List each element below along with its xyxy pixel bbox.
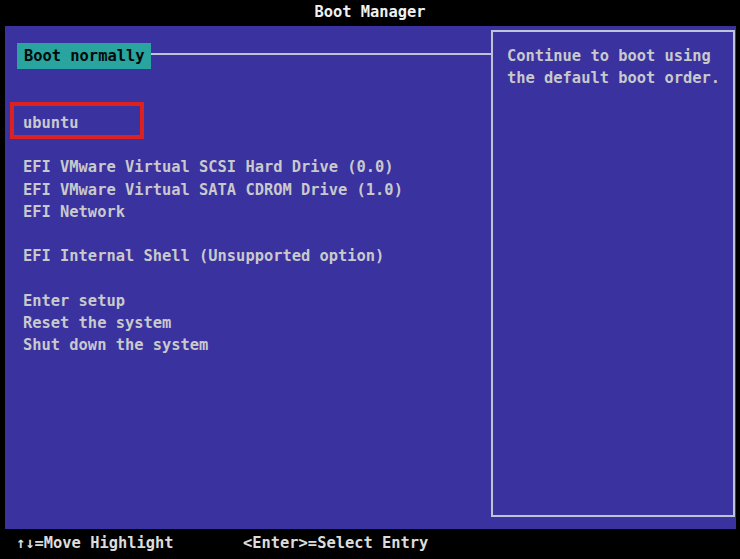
menu-item-efi-scsi-hard-drive[interactable]: EFI VMware Virtual SCSI Hard Drive (0.0) bbox=[23, 156, 403, 178]
page-title: Boot Manager bbox=[314, 3, 425, 21]
boot-menu: ubuntu EFI VMware Virtual SCSI Hard Driv… bbox=[23, 112, 403, 356]
menu-item-ubuntu[interactable]: ubuntu bbox=[23, 112, 403, 134]
help-panel: Continue to boot using the default boot … bbox=[491, 30, 735, 517]
help-text-line: the default boot order. bbox=[507, 67, 725, 89]
hint-move-highlight: ↑↓=Move Highlight bbox=[16, 534, 174, 552]
title-bar: Boot Manager bbox=[0, 0, 740, 26]
boot-manager-screen: { "window": { "title": "Boot Manager" },… bbox=[0, 0, 740, 559]
menu-gap bbox=[23, 223, 403, 245]
help-text-line: Continue to boot using bbox=[507, 45, 725, 67]
menu-item-reset-system[interactable]: Reset the system bbox=[23, 312, 403, 334]
menu-item-efi-internal-shell[interactable]: EFI Internal Shell (Unsupported option) bbox=[23, 245, 403, 267]
menu-item-efi-network[interactable]: EFI Network bbox=[23, 201, 403, 223]
menu-item-shutdown-system[interactable]: Shut down the system bbox=[23, 334, 403, 356]
menu-item-efi-sata-cdrom-drive[interactable]: EFI VMware Virtual SATA CDROM Drive (1.0… bbox=[23, 179, 403, 201]
status-bar: ↑↓=Move Highlight <Enter>=Select Entry bbox=[0, 529, 740, 559]
menu-gap bbox=[23, 134, 403, 156]
menu-gap bbox=[23, 267, 403, 289]
menu-item-enter-setup[interactable]: Enter setup bbox=[23, 290, 403, 312]
hint-select-entry: <Enter>=Select Entry bbox=[243, 534, 428, 552]
divider-line bbox=[151, 53, 492, 55]
menu-title: Boot normally bbox=[17, 43, 151, 69]
